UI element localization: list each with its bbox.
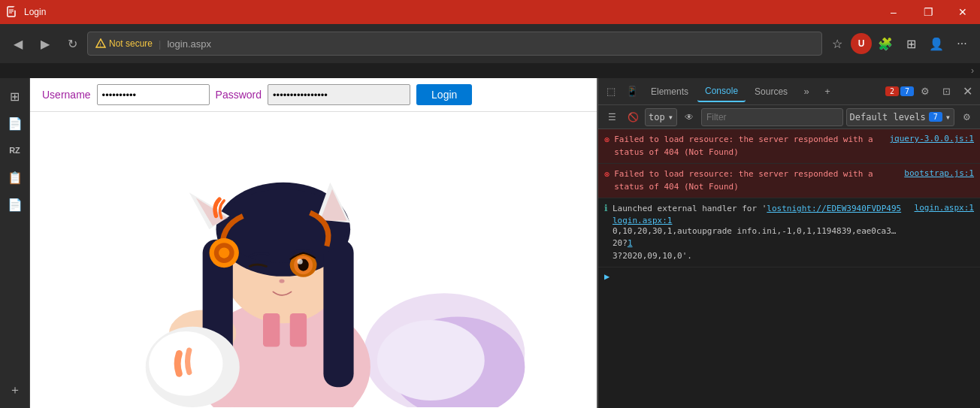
svg-point-4 xyxy=(14,6,18,11)
expand-icon[interactable]: ▶ xyxy=(604,271,609,282)
anime-character-illustration xyxy=(30,112,597,407)
devtools-tab-console[interactable]: Console xyxy=(697,81,746,102)
browser-content: Username Password Login xyxy=(30,78,597,408)
console-sidebar-toggle[interactable]: ☰ xyxy=(603,108,621,126)
top-dropdown[interactable]: top ▾ xyxy=(645,108,677,126)
ublock-icon[interactable]: U xyxy=(851,33,872,54)
console-info-1: ℹ Launched external handler for 'lostnig… xyxy=(598,198,980,267)
top-label: top xyxy=(649,112,665,122)
svg-point-30 xyxy=(219,247,229,258)
not-secure-label: Not secure xyxy=(109,38,153,49)
sidebar-clipboard-icon[interactable]: 📋 xyxy=(3,165,27,189)
console-info-link1[interactable]: lostnight://EDEW3940FVDP495 xyxy=(767,204,901,213)
address-input[interactable]: ! Not secure | login.aspx xyxy=(87,32,822,56)
svg-point-26 xyxy=(298,259,303,264)
devtools-responsive-icon[interactable]: 📱 xyxy=(622,82,642,101)
level-label: Default levels xyxy=(850,112,926,122)
tab-scroll-right[interactable]: › xyxy=(971,65,974,76)
console-expand-row: ▶ xyxy=(598,267,980,285)
login-form-bar: Username Password Login xyxy=(30,78,597,112)
devtools-close-icon[interactable]: ✕ xyxy=(957,82,977,101)
console-info-1-text4: 3?2020,09,10,0'. xyxy=(612,251,692,261)
devtools-settings-icon[interactable]: ⚙ xyxy=(915,82,935,101)
sidebar: ⊞ 📄 RZ 📋 📄 ＋ xyxy=(0,78,30,408)
title-bar-left: Login xyxy=(6,6,46,18)
console-clear-icon[interactable]: 🚫 xyxy=(624,108,642,126)
error-icon-2: ⊗ xyxy=(604,169,609,180)
error-count-badge: 2 xyxy=(885,86,899,96)
anime-image-area xyxy=(30,112,597,407)
minimize-button[interactable]: – xyxy=(876,0,911,24)
svg-rect-17 xyxy=(323,240,353,388)
favorites-icon[interactable]: ☆ xyxy=(825,32,849,56)
page-icon xyxy=(6,6,18,18)
level-dropdown-arrow: ▾ xyxy=(945,112,951,122)
tab-bar: › xyxy=(0,63,980,78)
address-bar: ◀ ▶ ↻ ! Not secure | login.aspx ☆ U 🧩 ⊞ … xyxy=(0,24,980,63)
title-bar: Login – ❐ ✕ xyxy=(0,0,980,24)
username-input[interactable] xyxy=(97,84,210,105)
console-eye-icon[interactable]: 👁 xyxy=(680,108,698,126)
console-messages[interactable]: ⊗ Failed to load resource: the server re… xyxy=(598,129,980,408)
console-error-1: ⊗ Failed to load resource: the server re… xyxy=(598,129,980,164)
warn-count-badge: 7 xyxy=(900,86,914,96)
login-button[interactable]: Login xyxy=(416,84,472,105)
main-area: ⊞ 📄 RZ 📋 📄 ＋ Username Password Login xyxy=(0,78,980,408)
window-title: Login xyxy=(24,7,46,17)
password-label: Password xyxy=(216,89,262,101)
sidebar-add-icon[interactable]: ＋ xyxy=(3,378,27,402)
devtools-tab-elements[interactable]: Elements xyxy=(643,81,696,102)
console-info-1-text3: 0,10,20,30,1,autoupgrade info.ini,-1,0,1… xyxy=(612,226,897,249)
more-button[interactable]: ··· xyxy=(950,32,974,56)
sidebar-collections-icon[interactable]: ⊞ xyxy=(3,84,27,108)
username-label: Username xyxy=(42,89,91,101)
console-filter-input[interactable] xyxy=(701,108,843,126)
maximize-button[interactable]: ❐ xyxy=(911,0,945,24)
password-input[interactable] xyxy=(268,84,410,105)
svg-point-9 xyxy=(377,320,485,400)
devtools-add-tab-icon[interactable]: + xyxy=(818,82,837,101)
refresh-button[interactable]: ↻ xyxy=(60,32,84,56)
back-button[interactable]: ◀ xyxy=(6,32,30,56)
console-error-2: ⊗ Failed to load resource: the server re… xyxy=(598,164,980,198)
level-dropdown[interactable]: Default levels 7 ▾ xyxy=(846,108,954,126)
url-display: login.aspx xyxy=(167,38,211,50)
devtools-inspect-icon[interactable]: ⬚ xyxy=(601,82,621,101)
console-settings-icon[interactable]: ⚙ xyxy=(957,108,975,126)
console-info-1-text: Launched external handler for ' xyxy=(612,204,767,213)
sidebar-notes-icon[interactable]: 📄 xyxy=(3,111,27,135)
collections-icon[interactable]: ⊞ xyxy=(899,32,923,56)
svg-rect-33 xyxy=(263,313,280,347)
top-dropdown-arrow: ▾ xyxy=(668,112,673,122)
svg-text:!: ! xyxy=(100,42,101,47)
svg-point-27 xyxy=(279,279,284,283)
devtools-more-tabs-icon[interactable]: » xyxy=(797,82,816,101)
console-error-1-link[interactable]: jquery-3.0.0.js:1 xyxy=(889,134,974,144)
forward-button[interactable]: ▶ xyxy=(33,32,57,56)
console-info-link3[interactable]: 1 xyxy=(628,238,633,248)
devtools-action-group: 2 7 ⚙ ⊡ ✕ xyxy=(885,82,977,101)
level-count-badge: 7 xyxy=(929,112,942,122)
profile-icon[interactable]: 👤 xyxy=(924,32,948,56)
security-warning: ! Not secure xyxy=(95,38,153,49)
sidebar-rz-icon[interactable]: RZ xyxy=(3,138,27,162)
console-error-1-text: Failed to load resource: the server resp… xyxy=(614,134,885,159)
console-toolbar: ☰ 🚫 top ▾ 👁 Default levels 7 ▾ ⚙ xyxy=(598,105,980,129)
sidebar-page-icon[interactable]: 📄 xyxy=(3,192,27,216)
devtools-toolbar: ⬚ 📱 Elements Console Sources » + 2 7 ⚙ ⊡… xyxy=(598,78,980,105)
title-controls: – ❐ ✕ xyxy=(876,0,980,24)
info-icon: ℹ xyxy=(604,203,608,213)
console-info-link2[interactable]: login.aspx:1 xyxy=(612,216,672,225)
svg-rect-34 xyxy=(290,313,307,347)
console-error-2-text: Failed to load resource: the server resp… xyxy=(614,168,900,193)
devtools-tab-sources[interactable]: Sources xyxy=(747,81,795,102)
console-info-1-main-link[interactable]: login.aspx:1 xyxy=(915,203,974,213)
close-button[interactable]: ✕ xyxy=(945,0,980,24)
error-icon-1: ⊗ xyxy=(604,134,609,145)
extensions-icon[interactable]: 🧩 xyxy=(873,32,897,56)
devtools-panel: ⬚ 📱 Elements Console Sources » + 2 7 ⚙ ⊡… xyxy=(597,78,980,408)
devtools-dock-icon[interactable]: ⊡ xyxy=(936,82,956,101)
toolbar-icons: ☆ U 🧩 ⊞ 👤 ··· xyxy=(825,32,974,56)
console-error-2-link[interactable]: bootstrap.js:1 xyxy=(904,168,974,178)
